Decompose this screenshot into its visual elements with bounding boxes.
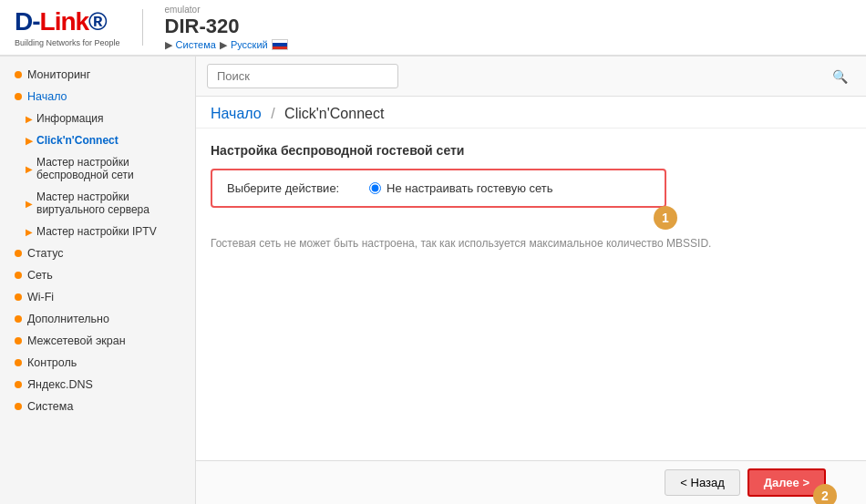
bullet-icon [15, 337, 22, 345]
sidebar-item-wifi-wizard[interactable]: ▶ Мастер настройки беспроводной сети [0, 151, 195, 186]
radio-label-text: Не настраивать гостевую сеть [387, 181, 553, 195]
sidebar-label: Мастер настройки виртуального сервера [36, 190, 186, 216]
sidebar-item-info[interactable]: ▶ Информация [0, 108, 195, 129]
sidebar-item-yandex-dns[interactable]: Яндекс.DNS [0, 374, 195, 396]
logo-sub: Building Networks for People [15, 38, 120, 47]
sidebar-label: Мастер настройки беспроводной сети [36, 156, 186, 181]
bullet-icon [15, 250, 22, 257]
sidebar: Мониторинг Начало ▶ Информация ▶ Click'n… [0, 57, 196, 504]
sidebar-label: Информация [36, 112, 103, 125]
sidebar-item-clicknconnect[interactable]: ▶ Click'n'Connect [0, 129, 195, 151]
flag-icon [272, 39, 288, 50]
sidebar-label: Мониторинг [27, 68, 90, 81]
page-content: Настройка беспроводной гостевой сети Выб… [196, 129, 866, 460]
model-area: emulator DIR-320 ▶ Система ▶ Русский [165, 5, 288, 51]
bullet-icon [15, 293, 22, 301]
bullet-icon [15, 381, 22, 388]
info-text: Гостевая сеть не может быть настроена, т… [211, 230, 851, 257]
sidebar-item-wifi[interactable]: Wi-Fi [0, 286, 195, 308]
radio-no-guest[interactable] [369, 182, 381, 194]
link-russian[interactable]: Русский [231, 39, 268, 50]
section-title: Настройка беспроводной гостевой сети [211, 143, 851, 158]
header: D-Link® Building Networks for People emu… [0, 0, 866, 57]
sidebar-item-status[interactable]: Статус [0, 242, 195, 264]
radio-option[interactable]: Не настраивать гостевую сеть [369, 181, 553, 195]
logo-text: D-Link® [15, 7, 120, 36]
form-section: Выберите действие: Не настраивать гостев… [211, 169, 666, 208]
sidebar-item-advanced[interactable]: Дополнительно [0, 308, 195, 330]
model-name: DIR-320 [165, 15, 288, 38]
sidebar-item-network[interactable]: Сеть [0, 264, 195, 286]
bullet-icon [15, 403, 22, 410]
sidebar-label: Статус [27, 247, 64, 260]
sidebar-label: Яндекс.DNS [27, 378, 93, 391]
sidebar-label: Начало [27, 90, 67, 103]
sidebar-label: Система [27, 400, 73, 413]
sidebar-label: Дополнительно [27, 313, 109, 325]
search-icon: 🔍 [832, 69, 848, 84]
back-button[interactable]: < Назад [665, 469, 739, 496]
arrow-icon: ▶ [26, 227, 33, 237]
sidebar-item-iptv[interactable]: ▶ Мастер настройки IPTV [0, 221, 195, 242]
sidebar-label: Сеть [27, 269, 53, 282]
form-label: Выберите действие: [227, 181, 355, 195]
arrow-icon: ▶ [26, 164, 33, 174]
sidebar-item-monitoring[interactable]: Мониторинг [0, 64, 195, 86]
content-area: 🔍 Начало / Click'n'Connect Настройка бес… [196, 57, 866, 504]
sidebar-label: Click'n'Connect [36, 134, 119, 147]
search-input[interactable] [207, 64, 398, 88]
step-badge-2: 2 [813, 484, 837, 504]
bullet-icon [15, 272, 22, 279]
logo-area: D-Link® Building Networks for People emu… [15, 5, 288, 51]
breadcrumb-home[interactable]: Начало [211, 106, 262, 121]
breadcrumb: Начало / Click'n'Connect [196, 97, 866, 129]
sidebar-item-virtual-server[interactable]: ▶ Мастер настройки виртуального сервера [0, 186, 195, 221]
model-links: ▶ Система ▶ Русский [165, 39, 288, 51]
arrow-icon: ▶ [26, 199, 33, 209]
bullet-icon [15, 93, 22, 100]
sidebar-item-system[interactable]: Система [0, 396, 195, 417]
logo: D-Link® Building Networks for People [15, 7, 120, 47]
breadcrumb-sep: / [271, 106, 274, 121]
sidebar-label: Мастер настройки IPTV [36, 225, 157, 238]
sidebar-label: Wi-Fi [27, 291, 54, 303]
breadcrumb-current: Click'n'Connect [284, 106, 384, 121]
bullet-icon [15, 315, 22, 323]
sidebar-label: Контроль [27, 356, 77, 369]
link-sistema[interactable]: Система [176, 39, 216, 50]
main-layout: Мониторинг Начало ▶ Информация ▶ Click'n… [0, 57, 866, 504]
sidebar-item-home[interactable]: Начало [0, 86, 195, 108]
bullet-icon [15, 359, 22, 366]
arrow-icon: ▶ [26, 114, 33, 124]
model-tag: emulator [165, 5, 288, 15]
bullet-icon [15, 71, 22, 78]
sidebar-label: Межсетевой экран [27, 334, 126, 347]
arrow-icon: ▶ [26, 136, 33, 146]
search-wrapper: 🔍 [207, 64, 855, 88]
logo-divider [142, 9, 143, 46]
bottom-bar: < Назад Далее > 2 [196, 460, 866, 504]
sidebar-item-firewall[interactable]: Межсетевой экран [0, 330, 195, 352]
step-badge-1: 1 [654, 206, 677, 230]
search-bar: 🔍 [196, 57, 866, 97]
sidebar-item-control[interactable]: Контроль [0, 352, 195, 374]
arrow-sistema: ▶ [165, 39, 172, 51]
form-row: Выберите действие: Не настраивать гостев… [227, 181, 650, 195]
